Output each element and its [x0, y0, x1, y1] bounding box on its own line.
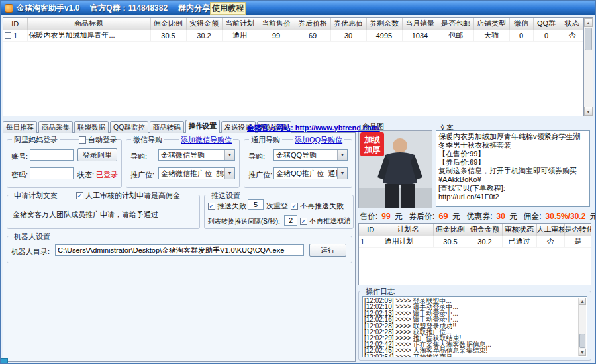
header-commission-rate: 佣金比例: [150, 18, 186, 30]
add-wechat-slot-link[interactable]: 添加微信导购位: [179, 135, 233, 145]
push-interval-input[interactable]: [284, 215, 297, 226]
wechat-guide-select[interactable]: 金猪微信导购 ▼: [158, 149, 235, 161]
tab-daily-recommend[interactable]: 每日推荐: [3, 121, 37, 133]
plan-header-converted: 是否转化: [564, 224, 591, 236]
login-status-value: 已登录: [96, 170, 118, 180]
scroll-up-icon[interactable]: ▲: [584, 18, 593, 27]
plan-apply-text[interactable]: 金猪窝客万人团队成员推广申请，请给予通过: [13, 210, 158, 220]
log-list[interactable]: [12:02:09] >>>> 登录联盟中... [12:02:10] >>>>…: [362, 296, 587, 357]
official-qq-group: 官方Q群：114848382: [90, 3, 168, 14]
scroll-down-icon[interactable]: ▼: [579, 349, 586, 356]
chevron-down-icon: ▼: [337, 168, 347, 179]
tutorial-highlight: 使用教程: [210, 2, 246, 15]
badge-text-line2: 加厚: [364, 145, 381, 154]
manual-review-checkbox[interactable]: ✓ 人工审核的计划申请最高佣金: [75, 191, 181, 201]
after-coupon-label: 券后价:: [409, 212, 434, 221]
login-ali-button[interactable]: 登录阿里: [77, 148, 117, 161]
relogin-count-input[interactable]: [248, 199, 264, 210]
wechat-promo-select[interactable]: 金猪微信推广位_鹊桥 ▼: [158, 167, 235, 179]
qq-guide-select[interactable]: 金猪QQ导购 ▼: [273, 149, 348, 161]
chevron-down-icon: ▼: [337, 150, 347, 160]
header-after-coupon: 券后价格: [295, 18, 330, 30]
commission-value: 30.5%/30.2: [546, 212, 586, 221]
cell-amount: 30.2: [186, 30, 222, 41]
robot-dir-input[interactable]: [55, 244, 304, 256]
password-label: 密码:: [11, 170, 28, 180]
cell-qq: 0: [533, 30, 560, 41]
official-site-link[interactable]: 金猪官方网站: http://www.ybtrend.com/: [247, 123, 380, 133]
copy-textarea[interactable]: 保暖内衣男加绒加厚青年纯棉v领紧身学生潮冬季男士秋衣秋裤套装 【在售价:99】 …: [436, 130, 590, 207]
robot-dir-label: 机器人目录:: [11, 247, 50, 257]
cell-wechat: 0: [509, 30, 533, 41]
scroll-down-icon[interactable]: ▼: [584, 107, 593, 116]
operation-log-group: 操作日志 [12:02:09] >>>> 登录联盟中... [12:02:10]…: [358, 291, 591, 361]
commission-label: 佣金:: [523, 212, 541, 221]
push-fail-checkbox[interactable]: ✓ 推送失败: [208, 201, 246, 211]
plan-header-rate: 佣金比例: [433, 224, 468, 236]
header-title: 商品标题: [27, 18, 150, 30]
table-scrollbar[interactable]: ▲ ▼: [583, 17, 593, 116]
product-table-header-row: ID 商品标题 佣金比例 实得金额 当前计划 当前售价 券后价格 券优惠值 券剩…: [3, 18, 584, 30]
tab-product-collect[interactable]: 商品采集: [38, 121, 73, 133]
header-free-shipping: 是否包邮: [438, 18, 473, 30]
header-current-price: 当前售价: [258, 18, 295, 30]
plan-text-title: 申请计划文案: [12, 191, 60, 201]
header-status: 状态: [560, 18, 584, 30]
row-checkbox[interactable]: [5, 32, 11, 39]
price-value: 99: [381, 212, 390, 221]
after-coupon-value: 69: [438, 211, 448, 221]
price-summary: 售价:99元 券后价:69元 优惠券:30元 佣金:30.5%/30.2元: [360, 211, 591, 222]
qq-promo-select[interactable]: 金猪QQ推广位_通用 ▼: [273, 167, 348, 179]
no-push-cancel-checkbox[interactable]: ✓ 不再推送取消: [300, 216, 351, 226]
badge-text-line1: 加绒: [364, 135, 380, 144]
product-row[interactable]: 1 保暖内衣男加绒加厚青年... 30.5 30.2 通用 99 69 30 4…: [3, 30, 584, 41]
tab-qq-monitor[interactable]: QQ群监控: [110, 121, 148, 133]
no-push-fail-checkbox[interactable]: ✓ 不再推送失败: [291, 201, 344, 211]
password-input[interactable]: [30, 167, 74, 179]
plan-row[interactable]: 1 通用计划 30.5 30.2 已通过 否 是: [359, 236, 591, 247]
qq-guide-group: 通用导购: [244, 139, 352, 188]
scroll-up-icon[interactable]: ▲: [579, 298, 586, 305]
ali-login-title: 阿里妈妈登录: [12, 135, 60, 145]
header-coupon-left: 券剩余数: [366, 18, 402, 30]
plan-cell-manual: 否: [536, 236, 564, 247]
cell-sales: 1034: [402, 30, 438, 41]
header-shop-type: 店铺类型: [473, 18, 509, 30]
cell-plan: 通用: [222, 30, 258, 41]
push-interval-label: 列表转换推送间隔(S/秒):: [208, 217, 280, 226]
push-settings-title: 推送设置: [209, 191, 242, 201]
cell-rate: 30.5: [150, 30, 186, 41]
corner-chip: [1, 358, 8, 364]
product-image: 加绒 加厚: [358, 130, 432, 208]
cell-shop: 天猫: [473, 30, 509, 41]
cell-price: 99: [258, 30, 295, 41]
log-scrollbar[interactable]: ▲ ▼: [578, 298, 586, 356]
status-label: 状态:: [77, 170, 94, 180]
window-title: 金猪淘客助手v1.0: [17, 3, 79, 14]
app-icon: [5, 4, 13, 13]
tab-operation-settings[interactable]: 操作设置: [185, 120, 220, 133]
scroll-thumb[interactable]: [579, 334, 585, 348]
qq-guide-title: 通用导购: [249, 135, 282, 145]
scroll-thumb[interactable]: [585, 28, 592, 50]
run-button[interactable]: 运行: [309, 244, 346, 257]
wechat-guide-group: 微信导购: [126, 139, 240, 188]
add-qq-slot-link[interactable]: 添加QQ导购位: [293, 135, 344, 145]
title-bar: 金猪淘客助手v1.0 官方Q群：114848382 群内分享 使用教程: [1, 1, 596, 15]
price-label: 售价:: [360, 212, 377, 221]
checkbox-checked-icon: ✓: [208, 203, 215, 210]
header-qq-group: QQ群: [533, 18, 560, 30]
plan-table: ID 计划名 佣金比例 佣金金额 审核状态 人工审核 是否转化 1 通用计划 3…: [358, 223, 591, 285]
share-text: 群内分享: [178, 3, 210, 14]
cell-status: 否: [560, 30, 584, 41]
tab-product-transcode[interactable]: 商品转码: [150, 121, 184, 133]
auto-login-checkbox[interactable]: 自动登录: [79, 135, 117, 145]
log-line: [12:02:54] >>>> 开始推送商品...: [364, 354, 585, 357]
plan-cell-review: 已通过: [502, 236, 536, 247]
operation-log-title: 操作日志: [364, 287, 397, 296]
account-input[interactable]: [30, 149, 74, 161]
tab-union-data[interactable]: 联盟数据: [74, 121, 109, 133]
header-current-plan: 当前计划: [222, 18, 258, 30]
qq-promo-label: 推广位:: [248, 170, 272, 180]
checkbox-checked-icon: ✓: [76, 192, 83, 199]
